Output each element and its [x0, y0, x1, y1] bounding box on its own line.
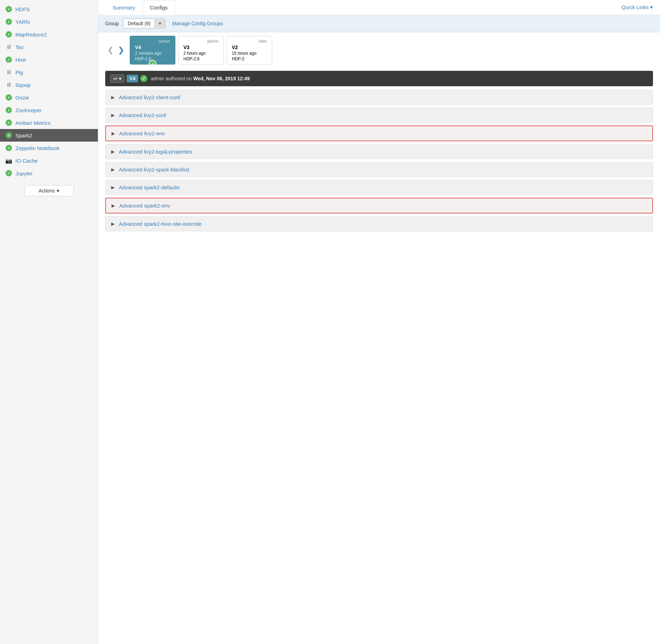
- sidebar-item-pig[interactable]: 🖥Pig: [0, 66, 98, 79]
- version-area: ❮ ❯ admin V4 2 minutes ago HDP-2.6 ✓ adm…: [98, 32, 660, 65]
- actions-button[interactable]: Actions ▾: [25, 185, 74, 196]
- version-bar-datetime: Wed, Nov 06, 2019 12:49: [193, 76, 250, 81]
- section-spark2-env[interactable]: ▶ Advanced spark2-env: [105, 198, 653, 213]
- livy2-conf-arrow-icon: ▶: [111, 113, 115, 118]
- spark2-hive-site-arrow-icon: ▶: [111, 221, 115, 226]
- section-spark2-hive-site[interactable]: ▶ Advanced spark2-hive-site-override: [105, 216, 653, 231]
- version-bar: ⇌ ▾ V4 ✓ admin authored on Wed, Nov 06, …: [105, 71, 653, 86]
- version-bar-text: admin authored on Wed, Nov 06, 2019 12:4…: [151, 76, 250, 81]
- io-cache-status-icon: 📷: [6, 157, 12, 164]
- sidebar-item-zookeeper[interactable]: ✓ZooKeeper: [0, 104, 98, 116]
- sidebar-item-hdfs[interactable]: ✓HDFS: [0, 3, 98, 15]
- v2-label: V2: [232, 45, 238, 50]
- yarn-status-icon: ✓: [6, 19, 12, 25]
- oozie-label: Oozie: [15, 95, 29, 101]
- tabs-bar: Summary Configs Quick Links ▾: [98, 0, 660, 15]
- shuffle-dropdown-icon: ▾: [119, 76, 121, 81]
- sidebar-item-ambari-metrics[interactable]: ✓Ambari Metrics: [0, 116, 98, 129]
- tabs-left: Summary Configs: [105, 0, 175, 15]
- sidebar-item-tez[interactable]: 🖥Tez: [0, 41, 98, 53]
- sidebar-item-spark2[interactable]: ✓Spark2: [0, 129, 98, 142]
- manage-config-groups-link[interactable]: Manage Config Groups: [172, 21, 223, 26]
- spark2-env-label: Advanced spark2-env: [119, 203, 170, 209]
- group-select-arrow-icon[interactable]: ▼: [155, 19, 165, 28]
- tez-status-icon: 🖥: [6, 44, 12, 50]
- jupyter-label: Jupyter: [15, 170, 33, 176]
- sqoop-status-icon: 🖥: [6, 82, 12, 88]
- zookeeper-label: ZooKeeper: [15, 107, 41, 113]
- sidebar-item-zeppelin-notebook[interactable]: ✓Zeppelin Notebook: [0, 142, 98, 154]
- version-bar-check-icon: ✓: [140, 75, 147, 82]
- jupyter-status-icon: ✓: [6, 170, 12, 176]
- v2-hdp: HDP-2: [232, 56, 267, 61]
- mapreduce2-status-icon: ✓: [6, 31, 12, 38]
- tez-label: Tez: [15, 44, 23, 50]
- sidebar-item-oozie[interactable]: ✓Oozie: [0, 91, 98, 104]
- version-cards: admin V4 2 minutes ago HDP-2.6 ✓ admin V…: [130, 36, 272, 65]
- livy2-log4j-arrow-icon: ▶: [111, 149, 115, 154]
- main-content: Summary Configs Quick Links ▾ Group Defa…: [98, 0, 660, 644]
- hive-status-icon: ✓: [6, 56, 12, 63]
- v2-meta: inter: [232, 39, 267, 44]
- section-spark2-defaults[interactable]: ▶ Advanced spark2-defaults: [105, 180, 653, 195]
- oozie-status-icon: ✓: [6, 94, 12, 101]
- livy2-env-arrow-icon: ▶: [112, 131, 115, 136]
- io-cache-label: IO Cache: [15, 158, 38, 164]
- pig-label: Pig: [15, 69, 23, 75]
- v4-label: V4: [135, 45, 141, 50]
- quick-links-button[interactable]: Quick Links ▾: [621, 0, 653, 15]
- livy2-spark-blacklist-arrow-icon: ▶: [111, 167, 115, 172]
- spark2-label: Spark2: [15, 133, 32, 138]
- section-livy2-spark-blacklist[interactable]: ▶ Advanced livy2-spark-blacklist: [105, 162, 653, 177]
- nav-next-arrow[interactable]: ❯: [116, 46, 126, 55]
- pig-status-icon: 🖥: [6, 69, 12, 75]
- version-card-v3[interactable]: admin V3 2 hours ago HDP-2.6: [178, 36, 224, 65]
- livy2-spark-blacklist-label: Advanced livy2-spark-blacklist: [119, 167, 189, 172]
- livy2-env-label: Advanced livy2-env: [119, 130, 165, 136]
- actions-label: Actions: [39, 188, 55, 194]
- spark2-env-arrow-icon: ▶: [112, 203, 115, 208]
- v4-time: 2 minutes ago: [135, 51, 170, 56]
- v3-meta: admin: [183, 39, 218, 44]
- sidebar-item-jupyter[interactable]: ✓Jupyter: [0, 167, 98, 179]
- sidebar-item-io-cache[interactable]: 📷IO Cache: [0, 154, 98, 167]
- yarn-label: YARN: [15, 19, 30, 25]
- version-bar-left: ⇌ ▾ V4 ✓: [110, 74, 147, 83]
- section-livy2-conf[interactable]: ▶ Advanced livy2-conf: [105, 108, 653, 123]
- group-select[interactable]: Default (9) ▼: [123, 19, 165, 28]
- config-group-bar: Group Default (9) ▼ Manage Config Groups: [98, 15, 660, 32]
- livy2-conf-label: Advanced livy2-conf: [119, 112, 166, 118]
- group-select-value: Default (9): [123, 19, 155, 28]
- livy2-client-conf-label: Advanced livy2-client-conf: [119, 94, 180, 100]
- zookeeper-status-icon: ✓: [6, 107, 12, 113]
- shuffle-button[interactable]: ⇌ ▾: [110, 74, 124, 83]
- livy2-log4j-label: Advanced livy2-log4j-properties: [119, 149, 192, 155]
- group-label: Group: [105, 21, 119, 26]
- section-livy2-env[interactable]: ▶ Advanced livy2-env: [105, 126, 653, 141]
- section-livy2-log4j[interactable]: ▶ Advanced livy2-log4j-properties: [105, 144, 653, 159]
- hive-label: Hive: [15, 57, 26, 63]
- sqoop-label: Sqoop: [15, 82, 31, 88]
- zeppelin-notebook-status-icon: ✓: [6, 145, 12, 151]
- version-card-v4[interactable]: admin V4 2 minutes ago HDP-2.6 ✓: [130, 36, 175, 65]
- v3-hdp: HDP-2.6: [183, 56, 218, 61]
- sidebar-item-sqoop[interactable]: 🖥Sqoop: [0, 79, 98, 91]
- sidebar-item-mapreduce2[interactable]: ✓MapReduce2: [0, 28, 98, 41]
- ambari-metrics-label: Ambari Metrics: [15, 120, 50, 126]
- version-card-v2[interactable]: inter V2 15 hours ago HDP-2: [227, 36, 272, 65]
- sidebar-item-hive[interactable]: ✓Hive: [0, 53, 98, 66]
- section-livy2-client-conf[interactable]: ▶ Advanced livy2-client-conf: [105, 90, 653, 105]
- tab-summary[interactable]: Summary: [105, 0, 142, 15]
- spark2-defaults-arrow-icon: ▶: [111, 185, 115, 190]
- livy2-client-conf-arrow-icon: ▶: [111, 95, 115, 100]
- v4-meta: admin: [135, 39, 170, 44]
- v3-time: 2 hours ago: [183, 51, 218, 56]
- v2-time: 15 hours ago: [232, 51, 267, 56]
- tab-configs[interactable]: Configs: [142, 0, 175, 15]
- spark2-hive-site-label: Advanced spark2-hive-site-override: [119, 221, 202, 227]
- sidebar-item-yarn[interactable]: ✓YARN: [0, 15, 98, 28]
- hdfs-label: HDFS: [15, 6, 30, 12]
- spark2-status-icon: ✓: [6, 132, 12, 138]
- nav-prev-arrow[interactable]: ❮: [105, 46, 116, 55]
- sidebar: ✓HDFS✓YARN✓MapReduce2🖥Tez✓Hive🖥Pig🖥Sqoop…: [0, 0, 98, 644]
